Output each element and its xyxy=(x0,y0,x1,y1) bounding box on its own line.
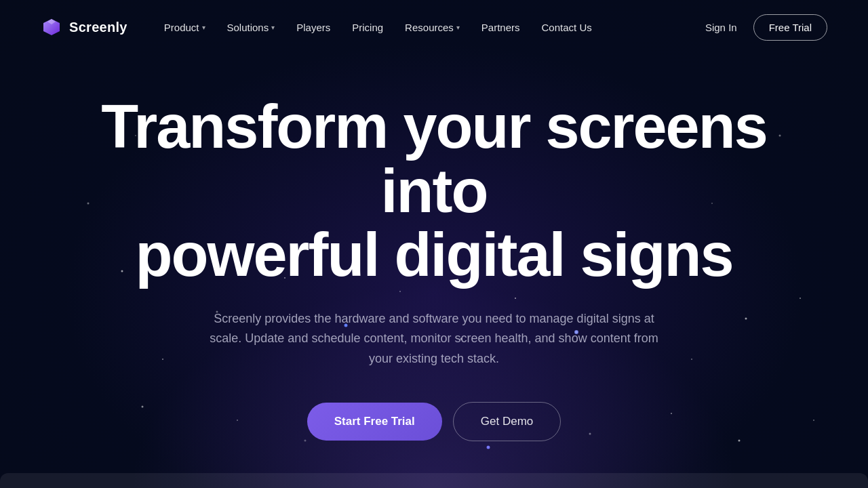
nav-item-contact[interactable]: Contact Us xyxy=(532,16,601,39)
logo[interactable]: Screenly xyxy=(41,16,127,38)
nav-item-players[interactable]: Players xyxy=(287,16,340,39)
sign-in-button[interactable]: Sign In xyxy=(694,16,748,39)
nav-players-label: Players xyxy=(296,22,330,33)
nav-links: Product ▾ Solutions ▾ Players Pricing Re… xyxy=(155,16,694,39)
navigation: Screenly Product ▾ Solutions ▾ Players P… xyxy=(0,0,868,54)
nav-item-partners[interactable]: Partners xyxy=(472,16,530,39)
nav-solutions-label: Solutions xyxy=(227,22,269,33)
nav-item-product[interactable]: Product ▾ xyxy=(155,16,215,39)
bottom-strip xyxy=(0,473,868,488)
nav-resources-label: Resources xyxy=(405,22,454,33)
resources-chevron-icon: ▾ xyxy=(456,24,460,31)
logo-text: Screenly xyxy=(69,20,127,35)
hero-buttons: Start Free Trial Get Demo xyxy=(307,402,561,441)
get-demo-button[interactable]: Get Demo xyxy=(453,402,561,441)
nav-pricing-label: Pricing xyxy=(352,22,383,33)
hero-section: Transform your screens into powerful dig… xyxy=(0,54,868,441)
nav-item-pricing[interactable]: Pricing xyxy=(342,16,393,39)
product-chevron-icon: ▾ xyxy=(202,24,205,31)
nav-partners-label: Partners xyxy=(481,22,520,33)
nav-contact-label: Contact Us xyxy=(542,22,592,33)
hero-subtext: Screenly provides the hardware and softw… xyxy=(197,309,671,369)
solutions-chevron-icon: ▾ xyxy=(271,24,275,31)
nav-item-resources[interactable]: Resources ▾ xyxy=(395,16,469,39)
screenly-logo-icon xyxy=(41,16,62,38)
free-trial-button[interactable]: Free Trial xyxy=(753,14,827,41)
nav-right: Sign In Free Trial xyxy=(694,14,827,41)
nav-item-solutions[interactable]: Solutions ▾ xyxy=(218,16,285,39)
start-free-trial-button[interactable]: Start Free Trial xyxy=(307,403,442,441)
hero-heading: Transform your screens into powerful dig… xyxy=(61,95,807,287)
nav-product-label: Product xyxy=(164,22,199,33)
